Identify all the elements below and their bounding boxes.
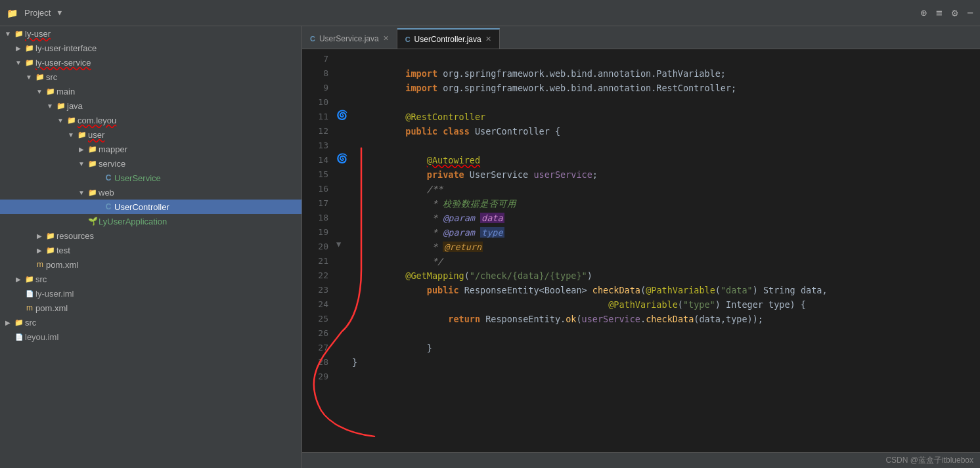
top-bar-icons: ⊕ ≡ ⚙ − (920, 7, 973, 19)
sidebar-item-ly-user-iml[interactable]: 📄 ly-user.iml (0, 286, 301, 301)
folder-icon: 📁 (45, 87, 56, 96)
sidebar-item-label: user (88, 130, 104, 140)
sidebar-item-label: mapper (99, 144, 127, 154)
code-line-27 (352, 341, 980, 355)
arrow-icon: ▼ (66, 131, 76, 138)
arrow-icon: ▶ (34, 232, 45, 240)
sidebar-item-resources[interactable]: ▶ 📁 resources (0, 228, 301, 243)
sidebar-item-src2[interactable]: ▶ 📁 src (0, 272, 301, 286)
top-bar: 📁 Project ▼ ⊕ ≡ ⚙ − (0, 0, 980, 26)
arrow-icon: ▼ (34, 88, 45, 95)
layout-icon[interactable]: ≡ (936, 7, 943, 19)
sidebar-item-label: web (99, 188, 114, 198)
xml-icon: m (24, 303, 35, 312)
code-line-10: @RestController (352, 95, 980, 110)
add-icon[interactable]: ⊕ (920, 7, 927, 19)
sidebar-item-src[interactable]: ▼ 📁 src (0, 70, 301, 84)
sidebar-item-label: ly-user-service (35, 58, 91, 68)
tab-close-userservice[interactable]: ✕ (383, 34, 389, 43)
folder-icon: 📁 (34, 73, 46, 81)
tab-close-usercontroller[interactable]: ✕ (485, 35, 491, 43)
sidebar-item-user[interactable]: ▼ 📁 user (0, 127, 301, 142)
sidebar-item-ly-user-service[interactable]: ▼ 📁 ly-user-service (0, 55, 301, 70)
gutter-spring-icon-11[interactable]: 🌀 (336, 110, 347, 120)
sidebar-item-src3[interactable]: ▶ 📁 src (0, 315, 301, 330)
project-sidebar[interactable]: ▼ 📁 ly-user ▶ 📁 ly-user-interface ▼ 📁 ly… (0, 26, 302, 468)
folder-icon: 📁 (13, 318, 25, 327)
iml-icon: 📄 (13, 333, 25, 341)
sidebar-item-pom-service[interactable]: m pom.xml (0, 257, 301, 272)
arrow-icon: ▶ (3, 319, 13, 326)
sidebar-item-pom-root[interactable]: m pom.xml (0, 301, 301, 315)
iml-icon: 📄 (24, 290, 35, 297)
sidebar-item-main[interactable]: ▼ 📁 main (0, 84, 301, 98)
tab-label: UserController.java (414, 35, 481, 44)
code-body[interactable]: import org.springframework.web.bind.anno… (348, 49, 980, 452)
arrow-icon: ▶ (13, 45, 24, 52)
folder-icon: 📁 (87, 160, 99, 168)
folder-icon: 📁 (24, 275, 35, 284)
code-line-13: @Autowired (352, 138, 980, 153)
main-layout: ▼ 📁 ly-user ▶ 📁 ly-user-interface ▼ 📁 ly… (0, 26, 980, 468)
sidebar-item-label: pom.xml (35, 303, 68, 313)
xml-icon: m (34, 260, 46, 269)
sidebar-item-ly-user-interface[interactable]: ▶ 📁 ly-user-interface (0, 41, 301, 55)
sidebar-item-label: UserController (114, 202, 169, 212)
folder-icon: 📁 (45, 246, 56, 255)
folder-icon: 📁 (87, 188, 99, 197)
gutter: 🌀 🌀 ▼ (335, 49, 348, 452)
sidebar-item-label: service (99, 159, 125, 169)
class-icon: C (102, 173, 114, 182)
watermark: CSDN @蓝盒子itbluebox (885, 455, 973, 466)
tab-class-icon: C (405, 35, 411, 43)
minimize-icon[interactable]: − (967, 7, 973, 19)
folder-icon: 📁 (87, 145, 99, 154)
arrow-icon: ▼ (13, 59, 24, 66)
project-title: Project (24, 8, 51, 18)
code-line-16: * 校验数据是否可用 (352, 182, 980, 196)
code-container: 7 8 9 10 11 12 13 14 15 16 17 18 19 20 2… (302, 49, 980, 452)
arrow-icon: ▼ (45, 102, 55, 110)
sidebar-item-label: pom.xml (46, 260, 78, 270)
sidebar-item-label: com.leyou (78, 116, 116, 125)
collapse-icon[interactable]: ▼ (336, 240, 341, 249)
sidebar-item-usercontroller[interactable]: C UserController (0, 200, 301, 214)
code-line-28: } (352, 355, 980, 370)
sidebar-item-leyou-iml[interactable]: 📄 leyou.iml (0, 330, 301, 344)
arrow-icon: ▼ (76, 160, 87, 167)
code-line-29 (352, 370, 980, 384)
folder-icon: 📁 (24, 44, 35, 53)
tab-userservice[interactable]: C UserService.java ✕ (302, 28, 397, 49)
sidebar-item-ly-user[interactable]: ▼ 📁 ly-user (0, 26, 301, 41)
sidebar-item-mapper[interactable]: ▶ 📁 mapper (0, 142, 301, 156)
tab-usercontroller[interactable]: C UserController.java ✕ (397, 28, 500, 49)
arrow-icon: ▼ (24, 74, 34, 81)
sidebar-item-service[interactable]: ▼ 📁 service (0, 156, 301, 171)
code-line-26: } (352, 326, 980, 341)
line-numbers: 7 8 9 10 11 12 13 14 15 16 17 18 19 20 2… (302, 49, 335, 452)
sidebar-item-userservice[interactable]: C UserService (0, 171, 301, 185)
folder-icon: 📁 (55, 102, 67, 110)
gutter-spring-icon-14[interactable]: 🌀 (336, 153, 347, 163)
folder-icon: 📁 (24, 58, 35, 67)
code-line-7: import org.springframework.web.bind.anno… (352, 52, 980, 66)
sidebar-item-lyuserapplication[interactable]: 🌱 LyUserApplication (0, 214, 301, 228)
sidebar-item-test[interactable]: ▶ 📁 test (0, 243, 301, 257)
sidebar-item-label: main (56, 87, 75, 96)
arrow-icon: ▼ (55, 117, 66, 124)
editor-area: C UserService.java ✕ C UserController.ja… (302, 26, 980, 468)
arrow-icon: ▼ (3, 30, 13, 37)
sidebar-item-label: ly-user (25, 29, 51, 39)
folder-icon: 📁 (66, 116, 78, 125)
spring-icon: 🌱 (87, 217, 99, 226)
settings-icon[interactable]: ⚙ (952, 7, 958, 19)
sidebar-item-label: src (46, 72, 57, 82)
sidebar-item-java[interactable]: ▼ 📁 java (0, 98, 301, 113)
sidebar-item-web[interactable]: ▼ 📁 web (0, 185, 301, 200)
arrow-icon: ▶ (13, 276, 24, 283)
sidebar-item-label: src (25, 318, 36, 328)
sidebar-item-label: src (35, 274, 47, 284)
code-line-21: @GetMapping("/check/{data}/{type}") (352, 254, 980, 268)
sidebar-item-com-leyou[interactable]: ▼ 📁 com.leyou (0, 113, 301, 127)
arrow-icon: ▼ (76, 189, 87, 196)
